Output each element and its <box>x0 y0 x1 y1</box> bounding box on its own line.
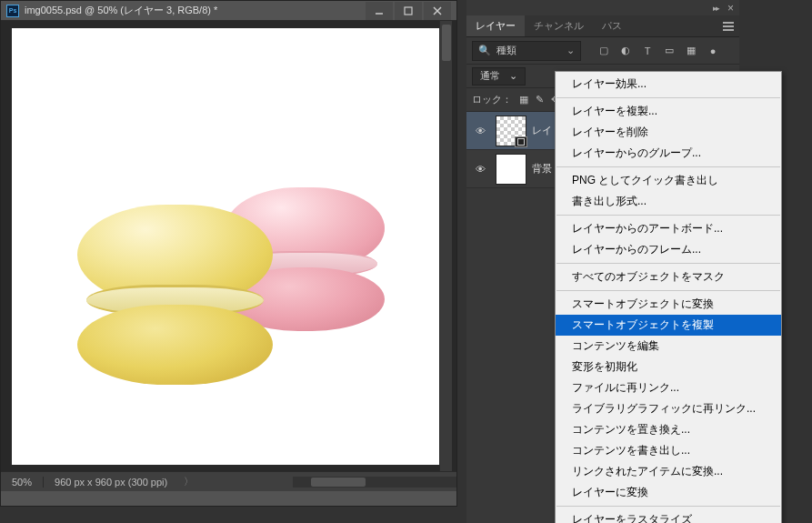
filter-type-select[interactable]: 🔍 種類 ⌄ <box>472 41 581 61</box>
menu-separator <box>556 215 780 216</box>
menu-item[interactable]: ファイルに再リンク... <box>556 377 781 398</box>
tab-paths[interactable]: パス <box>593 15 631 36</box>
close-button[interactable] <box>424 2 451 20</box>
menu-item[interactable]: 書き出し形式... <box>556 191 781 212</box>
maximize-button[interactable] <box>395 2 422 20</box>
menu-item[interactable]: レイヤーをラスタライズ <box>556 509 781 523</box>
menu-separator <box>556 263 780 264</box>
lock-brush-icon[interactable]: ✎ <box>536 94 544 106</box>
tab-layers[interactable]: レイヤー <box>466 15 525 36</box>
menu-item[interactable]: レイヤー効果... <box>556 74 781 95</box>
zoom-level[interactable]: 50% <box>1 477 43 488</box>
menu-separator <box>556 506 780 507</box>
layer-thumbnail[interactable] <box>496 116 526 146</box>
menu-item[interactable]: すべてのオブジェクトをマスク <box>556 267 781 287</box>
filter-toggle-icon[interactable]: ● <box>707 45 719 56</box>
panel-tabs: レイヤー チャンネル パス <box>466 15 739 37</box>
menu-item[interactable]: レイヤーを複製... <box>556 101 781 122</box>
filter-icons: ▢ ◐ T ▭ ▦ ● <box>597 45 719 56</box>
filter-text-icon[interactable]: T <box>641 45 654 56</box>
panel-menu-icon[interactable] <box>717 15 739 36</box>
macaron-yellow <box>77 205 273 382</box>
menu-separator <box>556 97 780 98</box>
smart-object-badge-icon <box>515 136 527 147</box>
document-titlebar[interactable]: Ps img0055.psd @ 50% (レイヤー 3, RGB/8) * <box>1 1 456 21</box>
menu-item[interactable]: スマートオブジェクトを複製 <box>556 315 781 336</box>
layer-name[interactable]: レイ <box>532 124 552 137</box>
lock-pixels-icon[interactable]: ▦ <box>519 94 528 106</box>
layer-thumbnail[interactable] <box>496 154 526 185</box>
menu-item[interactable]: コンテンツを書き出し... <box>556 440 781 461</box>
visibility-toggle-icon[interactable]: 👁 <box>470 164 490 175</box>
photoshop-icon: Ps <box>6 5 19 17</box>
filter-adjust-icon[interactable]: ◐ <box>619 45 632 56</box>
menu-item[interactable]: スマートオブジェクトに変換 <box>556 294 781 315</box>
menu-separator <box>556 166 780 167</box>
document-title: img0055.psd @ 50% (レイヤー 3, RGB/8) * <box>25 4 366 17</box>
document-dimensions: 960 px x 960 px (300 ppi) <box>43 477 178 488</box>
panel-close-icon[interactable]: × <box>727 2 734 15</box>
menu-item[interactable]: ライブラリグラフィックに再リンク... <box>556 398 781 419</box>
menu-separator <box>556 290 780 291</box>
search-icon: 🔍 <box>478 45 491 56</box>
menu-item[interactable]: コンテンツを編集 <box>556 336 781 357</box>
svg-rect-1 <box>405 7 412 15</box>
blend-mode-value: 通常 <box>480 69 500 83</box>
layer-context-menu[interactable]: レイヤー効果...レイヤーを複製...レイヤーを削除レイヤーからのグループ...… <box>555 71 782 523</box>
lock-label: ロック： <box>472 93 512 106</box>
document-vertical-scrollbar[interactable] <box>439 21 452 471</box>
menu-item[interactable]: 変形を初期化 <box>556 357 781 377</box>
menu-item[interactable]: コンテンツを置き換え... <box>556 419 781 440</box>
menu-item[interactable]: レイヤーを削除 <box>556 122 781 143</box>
menu-item[interactable]: リンクされたアイテムに変換... <box>556 461 781 482</box>
minimize-button[interactable] <box>366 2 393 20</box>
filter-smart-icon[interactable]: ▦ <box>685 45 697 56</box>
layer-filter-row: 🔍 種類 ⌄ ▢ ◐ T ▭ ▦ ● <box>466 37 739 65</box>
filter-pixel-icon[interactable]: ▢ <box>597 45 610 56</box>
blend-mode-select[interactable]: 通常 ⌄ <box>472 67 526 85</box>
filter-type-label: 種類 <box>496 44 516 57</box>
canvas[interactable] <box>12 28 439 465</box>
menu-item[interactable]: レイヤーからのフレーム... <box>556 239 781 260</box>
document-statusbar: 50% 960 px x 960 px (300 ppi) 〉 <box>1 471 456 491</box>
menu-item[interactable]: PNG としてクイック書き出し <box>556 170 781 191</box>
layer-name[interactable]: 背景 <box>532 162 552 176</box>
window-controls <box>366 2 451 20</box>
collapse-chevrons-icon[interactable]: ▸▸ <box>713 4 718 13</box>
menu-item[interactable]: レイヤーからのアートボード... <box>556 218 781 239</box>
visibility-toggle-icon[interactable]: 👁 <box>470 126 490 136</box>
canvas-area[interactable] <box>1 21 456 471</box>
tab-channels[interactable]: チャンネル <box>525 15 593 36</box>
chevron-down-icon: ⌄ <box>509 70 517 82</box>
chevron-down-icon: ⌄ <box>566 45 575 56</box>
document-horizontal-scrollbar[interactable] <box>293 477 456 488</box>
document-window: Ps img0055.psd @ 50% (レイヤー 3, RGB/8) * <box>0 0 457 507</box>
panel-collapse-strip: ▸▸ × <box>466 0 739 15</box>
menu-item[interactable]: レイヤーに変換 <box>556 482 781 503</box>
status-chevron-icon[interactable]: 〉 <box>178 475 199 488</box>
menu-item[interactable]: レイヤーからのグループ... <box>556 143 781 164</box>
filter-shape-icon[interactable]: ▭ <box>663 45 676 56</box>
